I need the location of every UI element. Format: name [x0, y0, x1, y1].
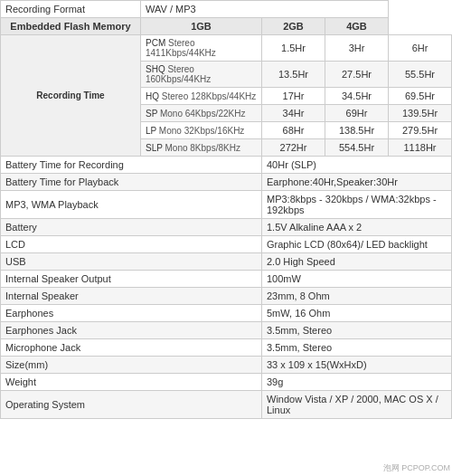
rt-mode-2: Stereo [162, 91, 188, 101]
rt-mode-4: Mono [159, 126, 182, 136]
flash-1gb: 1GB [141, 18, 262, 35]
rt-v3-4: 279.5Hr [389, 122, 452, 139]
earphones-jack-value: 3.5mm, Stereo [262, 322, 452, 339]
rt-type-label-0: PCM [146, 38, 165, 48]
rt-bitrate-4: 32Kbps/16KHz [184, 126, 245, 136]
battery-recording-value: 40Hr (SLP) [262, 157, 452, 174]
recording-time-side-label: Recording Time [1, 35, 141, 157]
earphones-label: Earphones [1, 305, 262, 322]
rt-mode-5: Mono [165, 143, 188, 153]
earphones-value: 5mW, 16 Ohm [262, 305, 452, 322]
battery-label: Battery [1, 219, 262, 236]
rt-type-4: LP Mono 32Kbps/16KHz [141, 122, 262, 139]
battery-playback-value: Earphone:40Hr,Speaker:30Hr [262, 174, 452, 191]
rt-bitrate-2: 128Kbps/44KHz [191, 91, 256, 101]
rt-v3-0: 6Hr [389, 35, 452, 62]
rt-type-label-2: HQ [146, 91, 159, 101]
battery-recording-label: Battery Time for Recording [1, 157, 262, 174]
rt-type-2: HQ Stereo 128Kbps/44KHz [141, 88, 262, 105]
rt-v2-1: 27.5Hr [325, 62, 389, 88]
mp3-playback-label: MP3, WMA Playback [1, 191, 262, 219]
rt-v1-2: 17Hr [262, 88, 325, 105]
mic-jack-value: 3.5mm, Stereo [262, 339, 452, 357]
os-value: Window Vista / XP / 2000, MAC OS X / Lin… [262, 391, 452, 419]
rt-bitrate-0: 1411Kbps/44KHz [146, 48, 216, 58]
mic-jack-label: Microphone Jack [1, 339, 262, 357]
rt-mode-0: Stereo [168, 38, 194, 48]
internal-output-value: 100mW [262, 271, 452, 288]
rt-type-5: SLP Mono 8Kbps/8KHz [141, 139, 262, 157]
rt-type-label-3: SP [146, 109, 157, 119]
rt-type-label-1: SHQ [146, 64, 165, 74]
rt-bitrate-1: 160Kbps/44KHz [146, 74, 211, 84]
earphones-jack-label: Earphones Jack [1, 322, 262, 339]
watermark: 泡网 PCPOP.COM [383, 462, 450, 474]
mp3-playback-value: MP3:8kbps - 320kbps / WMA:32kbps - 192kb… [262, 191, 452, 219]
rt-type-label-5: SLP [146, 143, 163, 153]
rt-v2-5: 554.5Hr [325, 139, 389, 157]
lcd-value: Graphic LCD (80x64)/ LED backlight [262, 236, 452, 253]
flash-memory-label: Embedded Flash Memory [1, 18, 141, 35]
rt-mode-1: Stereo [167, 64, 193, 74]
size-label: Size(mm) [1, 357, 262, 374]
usb-label: USB [1, 253, 262, 271]
internal-speaker-label: Internal Speaker [1, 288, 262, 305]
flash-2gb: 2GB [262, 18, 325, 35]
rt-v1-4: 68Hr [262, 122, 325, 139]
rt-type-label-4: LP [146, 126, 156, 136]
recording-format-label: Recording Format [1, 1, 141, 18]
battery-playback-label: Battery Time for Playback [1, 174, 262, 191]
weight-label: Weight [1, 374, 262, 391]
recording-format-value: WAV / MP3 [141, 1, 389, 18]
rt-v3-1: 55.5Hr [389, 62, 452, 88]
usb-value: 2.0 High Speed [262, 253, 452, 271]
weight-value: 39g [262, 374, 452, 391]
battery-value: 1.5V Alkaline AAA x 2 [262, 219, 452, 236]
flash-4gb: 4GB [325, 18, 389, 35]
rt-v2-2: 34.5Hr [325, 88, 389, 105]
rt-bitrate-3: 64Kbps/22KHz [185, 109, 246, 119]
rt-v2-0: 3Hr [325, 35, 389, 62]
rt-v3-3: 139.5Hr [389, 105, 452, 122]
rt-v2-4: 138.5Hr [325, 122, 389, 139]
rt-v2-3: 69Hr [325, 105, 389, 122]
rt-bitrate-5: 8Kbps/8KHz [190, 143, 240, 153]
size-value: 33 x 109 x 15(WxHxD) [262, 357, 452, 374]
rt-type-1: SHQ Stereo 160Kbps/44KHz [141, 62, 262, 88]
internal-output-label: Internal Speaker Output [1, 271, 262, 288]
rt-v1-3: 34Hr [262, 105, 325, 122]
rt-type-3: SP Mono 64Kbps/22KHz [141, 105, 262, 122]
rt-type-0: PCM Stereo 1411Kbps/44KHz [141, 35, 262, 62]
os-label: Operating System [1, 391, 262, 419]
rt-v3-2: 69.5Hr [389, 88, 452, 105]
rt-mode-3: Mono [160, 109, 183, 119]
internal-speaker-value: 23mm, 8 Ohm [262, 288, 452, 305]
rt-v1-5: 272Hr [262, 139, 325, 157]
rt-v1-0: 1.5Hr [262, 35, 325, 62]
lcd-label: LCD [1, 236, 262, 253]
rt-v1-1: 13.5Hr [262, 62, 325, 88]
rt-v3-5: 1118Hr [389, 139, 452, 157]
